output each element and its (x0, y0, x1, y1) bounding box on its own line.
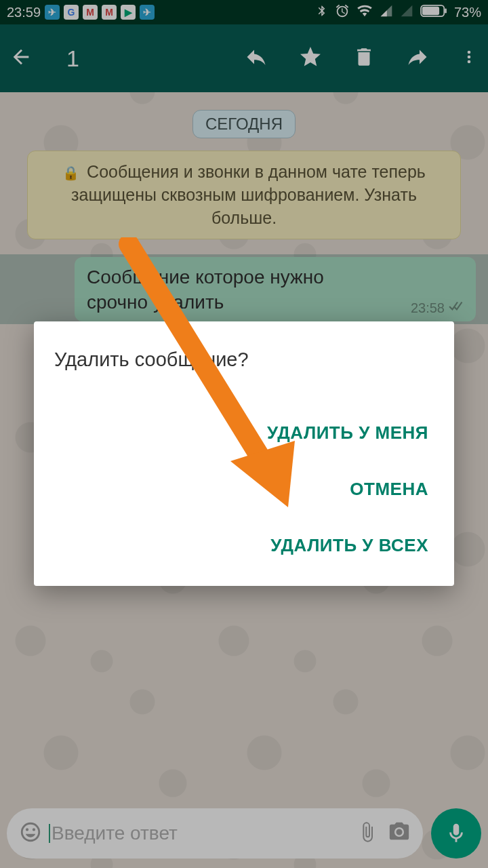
delete-dialog: Удалить сообщение? УДАЛИТЬ У МЕНЯ ОТМЕНА… (34, 321, 454, 586)
dialog-title: Удалить сообщение? (54, 349, 434, 371)
cancel-button[interactable]: ОТМЕНА (344, 461, 434, 517)
delete-for-me-button[interactable]: УДАЛИТЬ У МЕНЯ (262, 405, 434, 461)
delete-for-all-button[interactable]: УДАЛИТЬ У ВСЕХ (265, 517, 434, 574)
